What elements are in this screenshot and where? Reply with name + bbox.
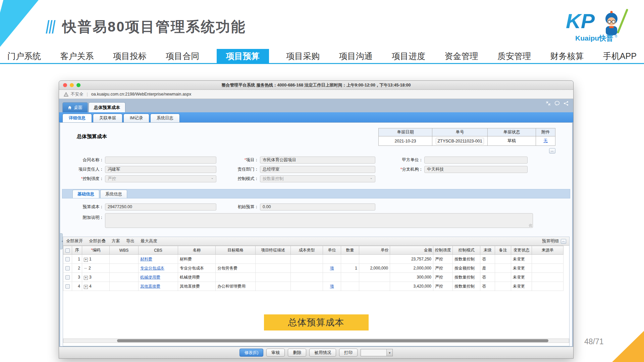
chat-icon[interactable] — [554, 101, 560, 106]
nav-item-contract[interactable]: 项目合同 — [164, 49, 201, 64]
col-remark: 备注 — [495, 246, 511, 255]
export-button[interactable]: 导出 — [126, 238, 135, 244]
kuaipu-logo: KP Kuaipu快普 ® — [565, 7, 636, 44]
field-project-manager: 项目责任人： 冯建军 — [66, 166, 216, 173]
app-area: 桌面 总体预算成本 详细信息 关联单据 IM记录 系统日志 — [59, 99, 573, 358]
close-window-button[interactable] — [63, 83, 67, 87]
delete-button[interactable]: 删除 — [288, 349, 306, 357]
nav-item-mobile-app[interactable]: 手机APP — [601, 49, 639, 64]
slide-header: 快普易80项目管理系统功能 — [47, 17, 246, 36]
field-branch: *分支机构： 中天科技 — [383, 166, 528, 173]
form-title: 总体预算成本 — [77, 133, 107, 140]
grid-collapse-button[interactable] — [561, 239, 566, 244]
nav-item-procurement[interactable]: 项目采购 — [284, 49, 322, 64]
tab-desktop[interactable]: 桌面 — [62, 102, 88, 112]
initial-budget-input[interactable]: 0.00 — [260, 203, 375, 210]
detail-subtabs: 详细信息 关联单据 IM记录 系统日志 — [59, 112, 573, 122]
unit-link[interactable]: 项 — [330, 266, 334, 270]
expand-all-button[interactable]: 全部展开 — [66, 238, 83, 244]
kuaipu-logo-graphic: KP Kuaipu快普 ® — [565, 7, 636, 44]
control-strength-select[interactable]: 严控 — [105, 175, 216, 182]
tab-basic-info[interactable]: 基础信息 — [72, 190, 99, 198]
nav-item-quality[interactable]: 质安管理 — [495, 49, 533, 64]
security-label[interactable]: 不安全 — [71, 92, 84, 97]
subtab-system-log[interactable]: 系统日志 — [150, 114, 180, 122]
budget-cost-input[interactable]: 29477250.00 — [105, 203, 216, 210]
cbs-link[interactable]: 其他直接费 — [140, 284, 160, 289]
zoom-window-button[interactable] — [76, 83, 80, 87]
col-amount: 金额 — [390, 246, 433, 255]
row-checkbox[interactable] — [65, 275, 70, 280]
budget-cost-label: 预算成本： — [66, 204, 104, 210]
initial-budget-label: 初始预算： — [221, 204, 259, 210]
col-cost-type: 成本类型 — [291, 246, 323, 255]
expand-icon[interactable]: + — [84, 276, 88, 280]
nav-item-budget[interactable]: 项目预算 — [217, 49, 269, 64]
contract-name-input[interactable] — [105, 157, 216, 164]
subtab-detail-info[interactable]: 详细信息 — [62, 114, 92, 122]
horizontal-scrollbar[interactable] — [63, 339, 569, 343]
additional-note-textarea[interactable] — [105, 213, 533, 228]
nav-item-crm[interactable]: 客户关系 — [58, 49, 96, 64]
tab-budget-document[interactable]: 总体预算成本 — [89, 102, 125, 112]
warning-icon — [64, 92, 68, 97]
table-row: 2 2 专业分包成本 专业分包成本 分包劳务费 项 1 2,000,000 2,… — [63, 264, 564, 273]
branch-input[interactable]: 中天科技 — [424, 166, 528, 173]
share-icon[interactable] — [564, 101, 569, 106]
project-input[interactable]: 市民体育公园项目 — [260, 157, 375, 164]
logo-mark: KP — [566, 9, 595, 33]
tab-desktop-label: 桌面 — [74, 105, 83, 111]
project-manager-input[interactable]: 冯建军 — [105, 166, 216, 173]
header-collapse-button[interactable] — [549, 148, 555, 154]
grid-panel-label-group: 预算明细 — [542, 238, 566, 244]
collapse-all-button[interactable]: 全部折叠 — [89, 238, 106, 244]
cbs-link[interactable]: 机械使用费 — [140, 275, 160, 280]
modify-button[interactable]: 修改(E) — [239, 349, 264, 357]
select-all-checkbox[interactable] — [65, 248, 70, 253]
minimize-window-button[interactable] — [70, 83, 74, 87]
scheme-button[interactable]: 方案 — [112, 238, 120, 244]
window-title: 整合管理平台系统 服务热线：4000-686-168 法定工作日上班时间：上午9… — [59, 82, 573, 88]
field-party-a: 甲方单位： — [383, 156, 528, 164]
document-info-table: 单据日期 单号 单据状态 附件 2021-10-23 ZTYSCB-202110… — [378, 128, 555, 146]
scrollbar-thumb[interactable] — [117, 339, 548, 342]
usage-button[interactable]: 被用情况 — [309, 349, 336, 357]
expand-icon[interactable]: + — [84, 258, 88, 262]
fullscreen-icon[interactable] — [546, 101, 551, 106]
nav-item-progress[interactable]: 项目进度 — [390, 49, 427, 64]
nav-item-portal[interactable]: 门户系统 — [5, 49, 43, 64]
row-checkbox[interactable] — [65, 266, 70, 270]
cbs-link[interactable]: 材料费 — [140, 257, 152, 261]
cbs-link[interactable]: 专业分包成本 — [140, 266, 164, 270]
approve-button[interactable]: 审核 — [266, 349, 285, 357]
nav-item-finance[interactable]: 财务核算 — [548, 49, 586, 64]
workspace-tabbar: 桌面 总体预算成本 — [62, 102, 125, 112]
sidebar-collapse-handle[interactable] — [60, 233, 63, 249]
max-height-button[interactable]: 最大高度 — [141, 238, 157, 244]
chevron-down-icon — [211, 177, 214, 181]
slide: 快普易80项目管理系统功能 KP Kuaipu快普 ® — [0, 0, 644, 362]
budget-table: 序 *编码 WBS CBS 名称 目标规格 项目特征描述 成本类型 单位 数量 … — [63, 246, 564, 291]
control-mode-select[interactable]: 按数量控制 — [260, 175, 375, 182]
subtab-related-docs[interactable]: 关联单据 — [93, 114, 122, 122]
more-actions-dropdown[interactable] — [361, 349, 393, 356]
print-button[interactable]: 打印 — [339, 349, 358, 357]
doc-attachment-header: 附件 — [536, 128, 555, 136]
party-a-input[interactable] — [424, 157, 528, 164]
row-checkbox[interactable] — [65, 257, 70, 261]
nav-item-communication[interactable]: 项目沟通 — [337, 49, 375, 64]
doc-number-value: ZTYSCB-20211023-001 — [432, 136, 488, 146]
tab-system-info[interactable]: 系统信息 — [100, 190, 127, 198]
subtab-im-records[interactable]: IM记录 — [123, 114, 149, 122]
expand-icon[interactable]: + — [84, 285, 88, 289]
department-input[interactable]: 总经理室 — [260, 166, 375, 173]
action-bar: 修改(E) 审核 删除 被用情况 打印 — [59, 347, 573, 358]
window-controls — [63, 83, 80, 87]
nav-item-funds[interactable]: 资金管理 — [443, 49, 480, 64]
row-checkbox[interactable] — [65, 284, 70, 289]
attachment-link[interactable]: 无 — [543, 138, 548, 143]
unit-link[interactable]: 项 — [330, 284, 334, 289]
table-row: 4 +4 其他直接费 其他直接费 办公和管理费用 项 3,420,000 — [63, 282, 564, 291]
url-text[interactable]: oa.kuaipu.com.cn:2198/WebEnterprise/newm… — [91, 92, 192, 97]
nav-item-bidding[interactable]: 项目投标 — [111, 49, 149, 64]
